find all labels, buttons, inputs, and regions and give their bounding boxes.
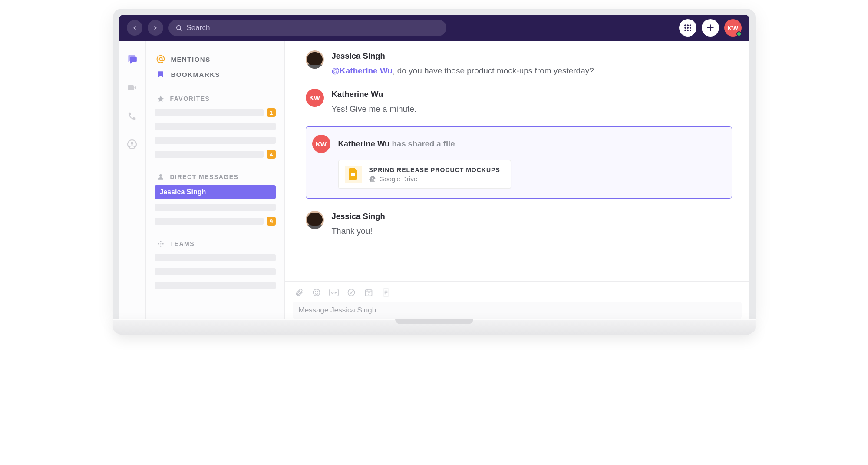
svg-rect-13 bbox=[128, 85, 134, 90]
favorites-item[interactable] bbox=[155, 121, 276, 132]
star-icon bbox=[156, 95, 165, 103]
dm-item[interactable] bbox=[155, 202, 276, 213]
unread-badge: 1 bbox=[267, 108, 276, 117]
svg-point-29 bbox=[348, 289, 354, 296]
favorites-item[interactable]: 4 bbox=[155, 149, 276, 160]
svg-point-25 bbox=[315, 292, 316, 292]
search-icon bbox=[175, 24, 182, 31]
bookmark-icon bbox=[156, 70, 165, 78]
note-icon[interactable] bbox=[381, 288, 391, 297]
team-item[interactable] bbox=[155, 266, 276, 277]
team-item[interactable] bbox=[155, 252, 276, 263]
svg-point-21 bbox=[160, 246, 161, 247]
unread-badge: 9 bbox=[267, 217, 276, 226]
dm-item[interactable]: 9 bbox=[155, 216, 276, 227]
person-icon bbox=[156, 173, 165, 181]
sidebar-bookmarks[interactable]: BOOKMARKS bbox=[155, 67, 276, 82]
sidebar-mentions-label: MENTIONS bbox=[171, 56, 211, 63]
current-user-avatar[interactable]: KW bbox=[724, 19, 742, 37]
avatar-jessica bbox=[306, 211, 324, 229]
svg-point-26 bbox=[317, 292, 318, 292]
message-text: @Katherine Wu, do you have those product… bbox=[332, 65, 732, 76]
dialpad-button[interactable] bbox=[679, 19, 696, 37]
nav-forward-button[interactable] bbox=[148, 20, 163, 36]
avatar-katherine: KW bbox=[312, 135, 330, 153]
svg-point-20 bbox=[162, 243, 163, 245]
team-item[interactable] bbox=[155, 280, 276, 291]
svg-line-1 bbox=[180, 29, 182, 30]
svg-point-15 bbox=[131, 142, 133, 144]
message-list: Jessica Singh @Katherine Wu, do you have… bbox=[285, 41, 749, 281]
topbar: KW bbox=[119, 15, 749, 41]
rail-video-icon[interactable] bbox=[127, 83, 137, 93]
message: Jessica Singh @Katherine Wu, do you have… bbox=[306, 50, 732, 76]
svg-point-5 bbox=[684, 27, 686, 29]
presence-online-icon bbox=[736, 31, 742, 37]
svg-point-9 bbox=[687, 30, 689, 31]
sidebar-dm-label: DIRECT MESSAGES bbox=[170, 173, 239, 180]
avatar-jessica bbox=[306, 50, 324, 69]
mention[interactable]: @Katherine Wu bbox=[332, 66, 393, 75]
message-author: Katherine Wu bbox=[332, 90, 732, 99]
message: Jessica Singh Thank you! bbox=[306, 211, 732, 237]
svg-point-19 bbox=[158, 243, 159, 245]
google-slides-icon bbox=[345, 166, 362, 183]
file-attachment[interactable]: SPRING RELEASE PRODUCT MOCKUPS Google Dr… bbox=[338, 160, 511, 189]
unread-badge: 4 bbox=[267, 150, 276, 159]
svg-point-22 bbox=[160, 243, 161, 245]
calendar-icon[interactable]: 7 bbox=[364, 288, 373, 297]
dm-item-active[interactable]: Jessica Singh bbox=[155, 185, 276, 199]
svg-text:7: 7 bbox=[368, 292, 370, 295]
svg-point-24 bbox=[313, 289, 320, 296]
laptop-base bbox=[113, 319, 756, 335]
svg-point-18 bbox=[160, 241, 161, 242]
rail-phone-icon[interactable] bbox=[127, 111, 137, 121]
sidebar-teams-header[interactable]: TEAMS bbox=[155, 238, 276, 249]
svg-point-2 bbox=[684, 24, 686, 26]
teams-icon bbox=[156, 240, 165, 248]
rail-chat-icon[interactable] bbox=[126, 53, 138, 64]
rail-profile-icon[interactable] bbox=[127, 139, 137, 149]
svg-point-4 bbox=[689, 24, 691, 26]
gif-icon[interactable]: GIF bbox=[329, 288, 339, 297]
svg-point-7 bbox=[689, 27, 691, 29]
svg-point-10 bbox=[689, 30, 691, 31]
svg-rect-23 bbox=[351, 173, 355, 176]
sidebar-teams-label: TEAMS bbox=[170, 240, 195, 247]
at-icon bbox=[156, 55, 165, 63]
file-source: Google Drive bbox=[380, 175, 418, 183]
new-button[interactable] bbox=[702, 19, 719, 37]
message-author: Jessica Singh bbox=[332, 212, 732, 221]
app-window: KW bbox=[119, 15, 749, 319]
sidebar-bookmarks-label: BOOKMARKS bbox=[171, 71, 221, 78]
composer-input[interactable] bbox=[293, 302, 742, 319]
task-icon[interactable] bbox=[347, 288, 356, 297]
message-author: Jessica Singh bbox=[332, 51, 732, 61]
search-input[interactable] bbox=[187, 23, 439, 32]
sidebar-dm-header[interactable]: DIRECT MESSAGES bbox=[155, 171, 276, 183]
favorites-item[interactable]: 1 bbox=[155, 107, 276, 118]
favorites-item[interactable] bbox=[155, 135, 276, 146]
sidebar-mentions[interactable]: MENTIONS bbox=[155, 51, 276, 67]
screen-bezel: KW bbox=[113, 9, 756, 319]
file-share-card: KW Katherine Wu has shared a file bbox=[306, 126, 732, 199]
attach-icon[interactable] bbox=[294, 288, 304, 297]
avatar-katherine: KW bbox=[306, 89, 324, 107]
composer: GIF 7 bbox=[285, 281, 749, 319]
dm-active-name: Jessica Singh bbox=[160, 188, 206, 196]
avatar-initials: KW bbox=[727, 24, 738, 32]
svg-point-17 bbox=[159, 174, 162, 177]
search-container[interactable] bbox=[168, 20, 446, 36]
svg-point-3 bbox=[687, 24, 689, 26]
laptop-frame: KW bbox=[113, 9, 756, 335]
message-text: Thank you! bbox=[332, 226, 732, 237]
nav-back-button[interactable] bbox=[127, 20, 142, 36]
share-author: Katherine Wu bbox=[338, 139, 390, 148]
nav-rail bbox=[119, 41, 146, 319]
emoji-icon[interactable] bbox=[312, 288, 321, 297]
sidebar-favorites-label: FAVORITES bbox=[170, 95, 210, 102]
svg-point-8 bbox=[684, 30, 686, 31]
message-text: Yes! Give me a minute. bbox=[332, 103, 732, 115]
sidebar-favorites-header[interactable]: FAVORITES bbox=[155, 93, 276, 104]
sidebar: MENTIONS BOOKMARKS FAVORITES bbox=[146, 41, 285, 319]
